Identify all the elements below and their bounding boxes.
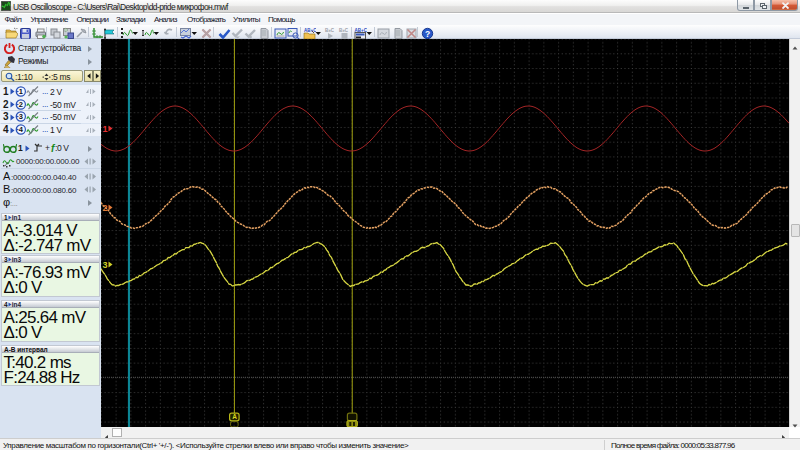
- svg-text:2: 2: [103, 203, 108, 213]
- svg-text:2: 2: [19, 100, 23, 109]
- svg-text:?: ?: [425, 29, 430, 39]
- svg-text:В»С: В»С: [325, 28, 335, 33]
- svg-text:1: 1: [103, 124, 108, 134]
- svg-text:В»С: В»С: [339, 28, 349, 33]
- svg-text:3: 3: [103, 260, 108, 270]
- svg-text:3: 3: [19, 112, 23, 121]
- svg-text:A: A: [232, 413, 237, 420]
- svg-text:1: 1: [19, 87, 23, 96]
